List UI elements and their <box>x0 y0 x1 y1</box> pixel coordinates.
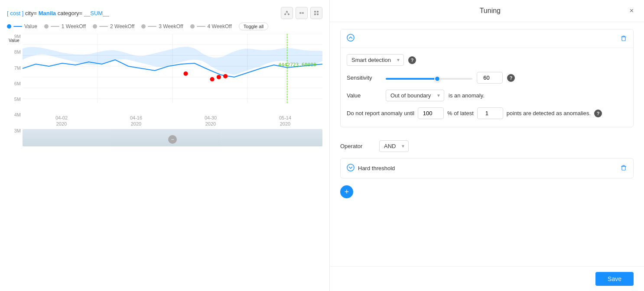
value-label: Value <box>347 92 381 99</box>
operator-select[interactable]: AND OR <box>379 140 409 152</box>
svg-line-3 <box>285 12 287 14</box>
legend-label-value: Value <box>24 23 37 29</box>
category-label: category= <box>58 10 84 16</box>
tuning-header: Tuning × <box>330 0 644 22</box>
report-row: Do not report anomaly until % of latest … <box>347 107 627 119</box>
legend-label-3: 3 WeekOff <box>159 23 183 29</box>
y-3m: 3M <box>7 128 21 133</box>
hard-threshold-delete-icon[interactable] <box>620 164 627 172</box>
y-7m: 7M <box>7 65 21 71</box>
legend-label-2: 2 WeekOff <box>110 23 134 29</box>
boundary-select[interactable]: Out of boundary Above boundary Below bou… <box>386 90 444 101</box>
legend-label-4: 4 WeekOff <box>208 23 232 29</box>
legend-label-1: 1 WeekOff <box>62 23 86 29</box>
value-anomaly-row: Value Out of boundary Above boundary Bel… <box>347 90 627 101</box>
legend-dot-2 <box>93 24 97 29</box>
chart-legend: Value 1 WeekOff 2 WeekOff 3 WeekOff 4 We… <box>7 23 322 30</box>
report-percent-input[interactable] <box>418 107 444 119</box>
y-6m: 6M <box>7 81 21 86</box>
save-button[interactable]: Save <box>595 272 634 286</box>
svg-point-22 <box>347 34 354 41</box>
method-row: Smart detection Hard threshold Custom ▼ … <box>347 54 627 66</box>
icon-btn-2[interactable] <box>296 7 308 19</box>
chart-svg: 4442723.60000 <box>23 34 322 112</box>
legend-4weekoff: 4 WeekOff <box>190 23 232 29</box>
legend-line-1 <box>51 26 59 27</box>
svg-rect-11 <box>317 13 319 15</box>
sensitivity-slider[interactable] <box>386 78 472 80</box>
svg-rect-23 <box>622 37 625 41</box>
legend-line-2 <box>99 26 108 27</box>
anomaly-dot-2 <box>210 77 215 81</box>
smart-detection-chevron-up[interactable] <box>347 34 355 43</box>
toggle-all-button[interactable]: Toggle all <box>239 23 268 30</box>
chart-panel: [ cost ] city= Manila category= __SUM__ <box>0 0 329 291</box>
boundary-select-wrapper: Out of boundary Above boundary Below bou… <box>386 90 444 101</box>
sensitivity-number-input[interactable]: 60 <box>477 72 503 84</box>
x-label-0514: 05-14 2020 <box>279 115 291 127</box>
chart-icons <box>281 7 322 19</box>
sensitivity-label: Sensitivity <box>347 74 381 81</box>
smart-detection-delete-icon[interactable] <box>620 35 627 43</box>
tuning-title: Tuning <box>351 7 630 15</box>
svg-point-28 <box>347 164 354 171</box>
anomaly-dot-1 <box>183 71 188 76</box>
operator-select-wrapper: AND OR ▼ <box>379 140 409 152</box>
city-label: city= <box>25 10 39 16</box>
add-icon: + <box>345 188 349 197</box>
collapse-button[interactable]: − <box>168 135 177 144</box>
svg-line-4 <box>287 12 289 14</box>
svg-rect-29 <box>622 166 625 170</box>
y-5m: 5M <box>7 97 21 102</box>
hard-threshold-left: Hard threshold <box>347 164 395 173</box>
percent-label: % of latest <box>447 110 474 116</box>
anomaly-dot-4 <box>223 74 228 78</box>
legend-line-3 <box>148 26 156 27</box>
tuning-footer: Save <box>330 266 644 291</box>
x-label-0430: 04-30 2020 <box>205 115 217 127</box>
is-anomaly-text: is an anomaly. <box>449 92 485 99</box>
close-button[interactable]: × <box>630 7 634 15</box>
y-8m: 8M <box>7 49 21 55</box>
svg-rect-8 <box>314 11 316 13</box>
mini-navigator[interactable]: − <box>23 129 322 146</box>
legend-line-4 <box>197 26 205 27</box>
report-help-icon[interactable]: ? <box>594 110 602 117</box>
add-condition-button[interactable]: + <box>340 185 353 198</box>
sensitivity-help-icon[interactable]: ? <box>507 74 515 82</box>
hard-threshold-chevron-down[interactable] <box>347 164 355 173</box>
icon-btn-1[interactable] <box>281 7 293 19</box>
detection-method-select[interactable]: Smart detection Hard threshold Custom <box>347 54 404 66</box>
smart-detection-card-header <box>341 29 633 48</box>
y-axis-labels: 9M 8M 7M 6M 5M 4M 3M <box>7 34 21 133</box>
highlighted-value-text: 4442723.60000 <box>278 62 316 68</box>
legend-dot-value <box>7 24 11 29</box>
operator-label: Operator <box>340 143 375 149</box>
x-label-0416: 04-16 2020 <box>130 115 142 127</box>
icon-btn-3[interactable] <box>310 7 322 19</box>
x-axis-labels: 04-02 2020 04-16 2020 04-30 2020 05-14 2… <box>23 115 322 127</box>
hard-threshold-card-header: Hard threshold <box>341 158 633 178</box>
hard-threshold-title: Hard threshold <box>358 165 395 171</box>
category-value: __SUM__ <box>84 10 109 16</box>
method-help-icon[interactable]: ? <box>408 56 416 64</box>
sensitivity-row: Sensitivity 60 ? <box>347 72 627 84</box>
smart-detection-card: Smart detection Hard threshold Custom ▼ … <box>340 29 634 127</box>
legend-dot-4 <box>190 24 195 29</box>
chart-header: [ cost ] city= Manila category= __SUM__ <box>7 7 322 19</box>
detection-method-wrapper: Smart detection Hard threshold Custom ▼ <box>347 54 404 66</box>
svg-rect-10 <box>314 13 316 15</box>
city-value: Manila <box>39 10 56 16</box>
report-points-input[interactable] <box>477 107 503 119</box>
y-9m: 9M <box>7 34 21 39</box>
chart-wrapper: Value 9M 8M 7M 6M 5M 4M 3M <box>7 34 322 146</box>
operator-row: Operator AND OR ▼ <box>340 134 634 158</box>
points-suffix-text: points are detected as anomalies. <box>507 110 591 116</box>
tuning-body: Smart detection Hard threshold Custom ▼ … <box>330 22 644 266</box>
anomaly-dot-3 <box>217 75 221 79</box>
legend-dot-3 <box>141 24 146 29</box>
svg-rect-9 <box>317 11 319 13</box>
y-4m: 4M <box>7 112 21 117</box>
cost-bracket: [ cost ] <box>7 10 23 16</box>
legend-line-value <box>13 26 22 27</box>
